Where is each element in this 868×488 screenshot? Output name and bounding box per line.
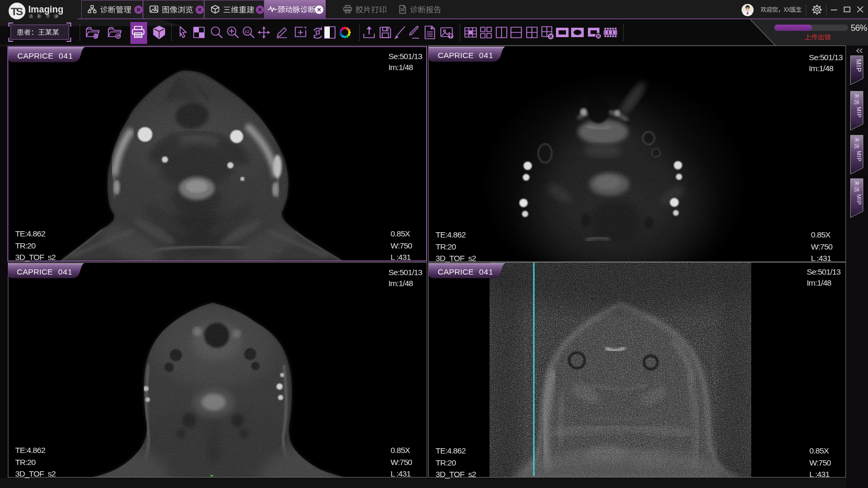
svg-text:CAPRICE: CAPRICE [438, 51, 474, 60]
svg-text:041: 041 [59, 51, 73, 60]
svg-text:CAPRICE: CAPRICE [438, 267, 474, 276]
svg-text:CAPRICE: CAPRICE [17, 51, 53, 60]
svg-text:041: 041 [58, 267, 72, 276]
svg-text:TS: TS [11, 5, 24, 17]
svg-text:CAPRICE: CAPRICE [17, 267, 53, 276]
svg-text:041: 041 [479, 267, 493, 276]
svg-text:041: 041 [479, 51, 493, 60]
svg-text:Imaging: Imaging [28, 4, 63, 15]
svg-text:x2: x2 [245, 29, 250, 34]
